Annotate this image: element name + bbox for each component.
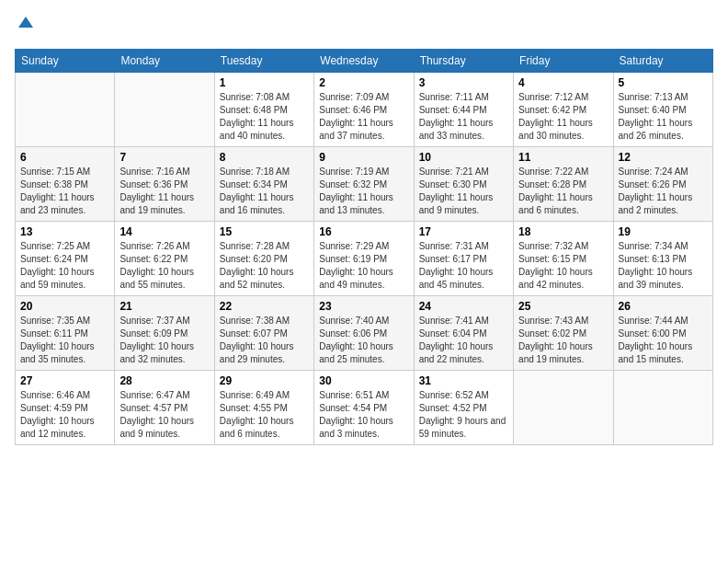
weekday-header-friday: Friday: [514, 50, 613, 73]
day-info: Sunrise: 7:22 AMSunset: 6:28 PMDaylight:…: [518, 166, 608, 217]
day-number: 21: [119, 300, 209, 313]
calendar-cell: [613, 371, 712, 445]
day-info: Sunrise: 7:11 AMSunset: 6:44 PMDaylight:…: [419, 91, 508, 143]
calendar-cell: 9Sunrise: 7:19 AMSunset: 6:32 PMDaylight…: [314, 147, 414, 222]
calendar-cell: 27Sunrise: 6:46 AMSunset: 4:59 PMDayligh…: [16, 371, 115, 445]
day-number: 10: [419, 151, 508, 164]
calendar-cell: 30Sunrise: 6:51 AMSunset: 4:54 PMDayligh…: [314, 371, 414, 445]
calendar-cell: 7Sunrise: 7:16 AMSunset: 6:36 PMDaylight…: [115, 147, 214, 222]
day-info: Sunrise: 7:12 AMSunset: 6:42 PMDaylight:…: [518, 91, 608, 143]
day-info: Sunrise: 7:26 AMSunset: 6:22 PMDaylight:…: [119, 240, 209, 292]
day-number: 23: [319, 300, 408, 313]
calendar-cell: 19Sunrise: 7:34 AMSunset: 6:13 PMDayligh…: [613, 222, 712, 296]
day-number: 25: [518, 300, 608, 313]
calendar-cell: 4Sunrise: 7:12 AMSunset: 6:42 PMDaylight…: [514, 73, 613, 147]
calendar-cell: 10Sunrise: 7:21 AMSunset: 6:30 PMDayligh…: [414, 147, 513, 222]
calendar-week-row: 20Sunrise: 7:35 AMSunset: 6:11 PMDayligh…: [16, 296, 713, 371]
day-info: Sunrise: 7:31 AMSunset: 6:17 PMDaylight:…: [419, 240, 508, 292]
calendar-cell: 16Sunrise: 7:29 AMSunset: 6:19 PMDayligh…: [314, 222, 414, 296]
day-number: 9: [319, 151, 408, 164]
weekday-header-tuesday: Tuesday: [214, 50, 313, 73]
calendar-cell: 2Sunrise: 7:09 AMSunset: 6:46 PMDaylight…: [314, 73, 414, 147]
calendar-table: SundayMondayTuesdayWednesdayThursdayFrid…: [15, 49, 713, 445]
day-number: 20: [20, 300, 109, 313]
calendar-cell: 20Sunrise: 7:35 AMSunset: 6:11 PMDayligh…: [16, 296, 115, 371]
calendar-week-row: 6Sunrise: 7:15 AMSunset: 6:38 PMDaylight…: [16, 147, 713, 222]
calendar-week-row: 13Sunrise: 7:25 AMSunset: 6:24 PMDayligh…: [16, 222, 713, 296]
day-number: 31: [419, 374, 508, 387]
day-number: 30: [319, 374, 408, 387]
day-number: 12: [619, 151, 708, 164]
day-info: Sunrise: 6:47 AMSunset: 4:57 PMDaylight:…: [119, 389, 209, 441]
day-info: Sunrise: 7:15 AMSunset: 6:38 PMDaylight:…: [20, 166, 109, 217]
day-number: 6: [20, 151, 109, 164]
calendar-cell: 26Sunrise: 7:44 AMSunset: 6:00 PMDayligh…: [613, 296, 712, 371]
day-info: Sunrise: 7:09 AMSunset: 6:46 PMDaylight:…: [319, 91, 408, 143]
calendar-cell: 24Sunrise: 7:41 AMSunset: 6:04 PMDayligh…: [414, 296, 513, 371]
day-info: Sunrise: 7:18 AMSunset: 6:34 PMDaylight:…: [220, 166, 309, 217]
svg-marker-0: [18, 17, 33, 28]
day-info: Sunrise: 7:25 AMSunset: 6:24 PMDaylight:…: [20, 240, 109, 292]
calendar-cell: 3Sunrise: 7:11 AMSunset: 6:44 PMDaylight…: [414, 73, 513, 147]
day-info: Sunrise: 7:19 AMSunset: 6:32 PMDaylight:…: [319, 166, 408, 217]
day-number: 26: [619, 300, 708, 313]
calendar-cell: 21Sunrise: 7:37 AMSunset: 6:09 PMDayligh…: [115, 296, 214, 371]
calendar-cell: 5Sunrise: 7:13 AMSunset: 6:40 PMDaylight…: [613, 73, 712, 147]
day-info: Sunrise: 7:37 AMSunset: 6:09 PMDaylight:…: [119, 315, 209, 366]
day-number: 5: [619, 76, 708, 89]
day-number: 29: [220, 374, 309, 387]
day-info: Sunrise: 7:29 AMSunset: 6:19 PMDaylight:…: [319, 240, 408, 292]
weekday-header-thursday: Thursday: [414, 50, 513, 73]
day-number: 4: [518, 76, 608, 89]
calendar-cell: 29Sunrise: 6:49 AMSunset: 4:55 PMDayligh…: [214, 371, 313, 445]
logo-icon: [17, 15, 35, 33]
day-number: 7: [119, 151, 209, 164]
calendar-week-row: 27Sunrise: 6:46 AMSunset: 4:59 PMDayligh…: [16, 371, 713, 445]
calendar-cell: [514, 371, 613, 445]
day-info: Sunrise: 6:46 AMSunset: 4:59 PMDaylight:…: [20, 389, 109, 441]
logo: [15, 15, 35, 38]
day-number: 19: [619, 225, 708, 238]
day-info: Sunrise: 6:49 AMSunset: 4:55 PMDaylight:…: [220, 389, 309, 441]
day-info: Sunrise: 7:08 AMSunset: 6:48 PMDaylight:…: [220, 91, 309, 143]
weekday-header-wednesday: Wednesday: [314, 50, 414, 73]
day-number: 27: [20, 374, 109, 387]
day-info: Sunrise: 7:35 AMSunset: 6:11 PMDaylight:…: [20, 315, 109, 366]
day-number: 13: [20, 225, 109, 238]
calendar-cell: 1Sunrise: 7:08 AMSunset: 6:48 PMDaylight…: [214, 73, 313, 147]
calendar-cell: 14Sunrise: 7:26 AMSunset: 6:22 PMDayligh…: [115, 222, 214, 296]
day-info: Sunrise: 7:13 AMSunset: 6:40 PMDaylight:…: [619, 91, 708, 143]
calendar-cell: 18Sunrise: 7:32 AMSunset: 6:15 PMDayligh…: [514, 222, 613, 296]
day-number: 28: [119, 374, 209, 387]
calendar-cell: 31Sunrise: 6:52 AMSunset: 4:52 PMDayligh…: [414, 371, 513, 445]
day-info: Sunrise: 7:16 AMSunset: 6:36 PMDaylight:…: [119, 166, 209, 217]
calendar-cell: 8Sunrise: 7:18 AMSunset: 6:34 PMDaylight…: [214, 147, 313, 222]
calendar-cell: 13Sunrise: 7:25 AMSunset: 6:24 PMDayligh…: [16, 222, 115, 296]
calendar-week-row: 1Sunrise: 7:08 AMSunset: 6:48 PMDaylight…: [16, 73, 713, 147]
day-number: 22: [220, 300, 309, 313]
day-number: 18: [518, 225, 608, 238]
calendar-header-row: SundayMondayTuesdayWednesdayThursdayFrid…: [16, 50, 713, 73]
day-number: 8: [220, 151, 309, 164]
calendar-cell: [16, 73, 115, 147]
day-number: 16: [319, 225, 408, 238]
day-info: Sunrise: 7:28 AMSunset: 6:20 PMDaylight:…: [220, 240, 309, 292]
day-info: Sunrise: 7:34 AMSunset: 6:13 PMDaylight:…: [619, 240, 708, 292]
day-info: Sunrise: 6:52 AMSunset: 4:52 PMDaylight:…: [419, 389, 508, 441]
day-number: 14: [119, 225, 209, 238]
day-info: Sunrise: 7:21 AMSunset: 6:30 PMDaylight:…: [419, 166, 508, 217]
day-number: 17: [419, 225, 508, 238]
calendar-cell: 17Sunrise: 7:31 AMSunset: 6:17 PMDayligh…: [414, 222, 513, 296]
calendar-cell: 11Sunrise: 7:22 AMSunset: 6:28 PMDayligh…: [514, 147, 613, 222]
calendar-cell: 25Sunrise: 7:43 AMSunset: 6:02 PMDayligh…: [514, 296, 613, 371]
day-info: Sunrise: 7:40 AMSunset: 6:06 PMDaylight:…: [319, 315, 408, 366]
day-info: Sunrise: 7:43 AMSunset: 6:02 PMDaylight:…: [518, 315, 608, 366]
calendar-cell: [115, 73, 214, 147]
calendar-cell: 23Sunrise: 7:40 AMSunset: 6:06 PMDayligh…: [314, 296, 414, 371]
day-info: Sunrise: 7:38 AMSunset: 6:07 PMDaylight:…: [220, 315, 309, 366]
day-number: 3: [419, 76, 508, 89]
day-info: Sunrise: 7:44 AMSunset: 6:00 PMDaylight:…: [619, 315, 708, 366]
day-number: 24: [419, 300, 508, 313]
day-number: 11: [518, 151, 608, 164]
calendar-cell: 28Sunrise: 6:47 AMSunset: 4:57 PMDayligh…: [115, 371, 214, 445]
